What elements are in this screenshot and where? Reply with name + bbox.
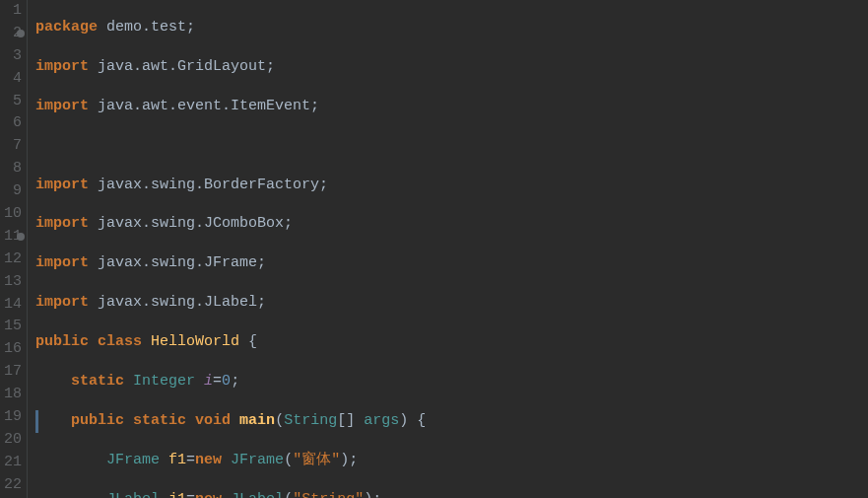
type: Integer (133, 373, 195, 390)
line-number: 9 (0, 180, 22, 203)
brackets: [] (337, 412, 355, 429)
operator: = (213, 373, 222, 390)
type: JLabel (106, 491, 160, 498)
class-name: HelloWorld (151, 333, 239, 350)
import-path: javax.swing.BorderFactory; (98, 177, 328, 193)
code-line[interactable]: static Integer i=0; (35, 371, 868, 393)
fold-marker-icon[interactable] (17, 233, 25, 241)
code-line[interactable]: import javax.swing.BorderFactory; (35, 175, 868, 197)
number: 0 (222, 373, 231, 390)
variable: f1 (168, 452, 186, 468)
paren: ( (275, 412, 284, 429)
code-line[interactable]: package demo.test; (35, 17, 868, 39)
code-line[interactable]: import javax.swing.JComboBox; (35, 213, 868, 236)
line-number: 21 (0, 452, 22, 474)
semicolon: ; (372, 491, 381, 498)
keyword: new (195, 452, 222, 468)
fold-marker-icon[interactable] (17, 30, 25, 37)
line-number: 19 (0, 406, 22, 429)
code-line[interactable]: import java.awt.event.ItemEvent; (35, 96, 868, 118)
brace: { (248, 333, 257, 350)
import-path: javax.swing.JLabel; (98, 294, 266, 311)
operator: = (186, 452, 195, 468)
import-path: java.awt.event.ItemEvent; (98, 98, 319, 114)
keyword: package (35, 19, 98, 36)
line-number: 5 (0, 91, 22, 113)
keyword: import (35, 58, 89, 75)
code-line[interactable]: public static void main(String[] args) { (35, 410, 868, 433)
code-line[interactable]: JFrame f1=new JFrame("窗体"); (35, 450, 868, 472)
keyword: static (133, 412, 186, 429)
code-line[interactable]: import java.awt.GridLayout; (35, 56, 868, 79)
method-name: main (239, 412, 275, 429)
paren: ( (284, 452, 293, 468)
variable: i (204, 373, 213, 390)
line-number: 15 (0, 316, 22, 338)
semicolon: ; (231, 373, 239, 390)
line-number: 17 (0, 361, 22, 384)
gutter: 1 2 3 4 5 6 7 8 9 10 11 12 13 14 15 16 1… (0, 0, 28, 498)
import-path: java.awt.GridLayout; (98, 58, 275, 75)
constructor: JLabel (231, 491, 284, 498)
paren: ) (364, 491, 372, 498)
keyword: static (71, 373, 124, 390)
paren: ( (284, 491, 293, 498)
string: "窗体" (293, 452, 340, 468)
keyword: import (35, 177, 89, 193)
package-path: demo.test; (106, 19, 195, 36)
code-line[interactable]: JLabel j1=new JLabel("String"); (35, 489, 868, 498)
variable: j1 (168, 491, 186, 498)
line-number: 8 (0, 158, 22, 180)
keyword: import (35, 98, 89, 114)
import-path: javax.swing.JComboBox; (98, 215, 293, 232)
fold-highlight (35, 410, 38, 433)
line-number: 4 (0, 68, 22, 91)
keyword: import (35, 294, 89, 311)
brace: { (417, 412, 426, 429)
line-number: 10 (0, 203, 22, 226)
code-line[interactable]: import javax.swing.JFrame; (35, 252, 868, 275)
code-line[interactable]: import javax.swing.JLabel; (35, 292, 868, 315)
keyword: public (71, 412, 124, 429)
line-number: 1 (0, 0, 22, 23)
keyword: class (98, 333, 142, 350)
param: args (364, 412, 399, 429)
line-number: 16 (0, 338, 22, 361)
string: "String" (293, 491, 364, 498)
type: String (284, 412, 337, 429)
paren: ) (340, 452, 349, 468)
code-line[interactable] (35, 135, 868, 158)
line-number: 2 (0, 23, 22, 45)
line-number: 20 (0, 429, 22, 452)
line-number: 11 (0, 226, 22, 249)
keyword: import (35, 254, 89, 271)
line-number: 14 (0, 294, 22, 317)
code-line[interactable]: public class HelloWorld { (35, 331, 868, 354)
line-number: 7 (0, 135, 22, 158)
line-number: 6 (0, 112, 22, 135)
code-editor[interactable]: package demo.test; import java.awt.GridL… (28, 0, 868, 498)
semicolon: ; (349, 452, 358, 468)
keyword: import (35, 215, 89, 232)
import-path: javax.swing.JFrame; (98, 254, 266, 271)
line-number: 3 (0, 45, 22, 68)
paren: ) (399, 412, 408, 429)
keyword: public (35, 333, 89, 350)
line-number: 13 (0, 271, 22, 294)
keyword: void (195, 412, 231, 429)
line-number: 18 (0, 384, 22, 406)
line-number: 12 (0, 249, 22, 271)
constructor: JFrame (231, 452, 284, 468)
keyword: new (195, 491, 222, 498)
type: JFrame (106, 452, 160, 468)
line-number: 22 (0, 474, 22, 497)
operator: = (186, 491, 195, 498)
